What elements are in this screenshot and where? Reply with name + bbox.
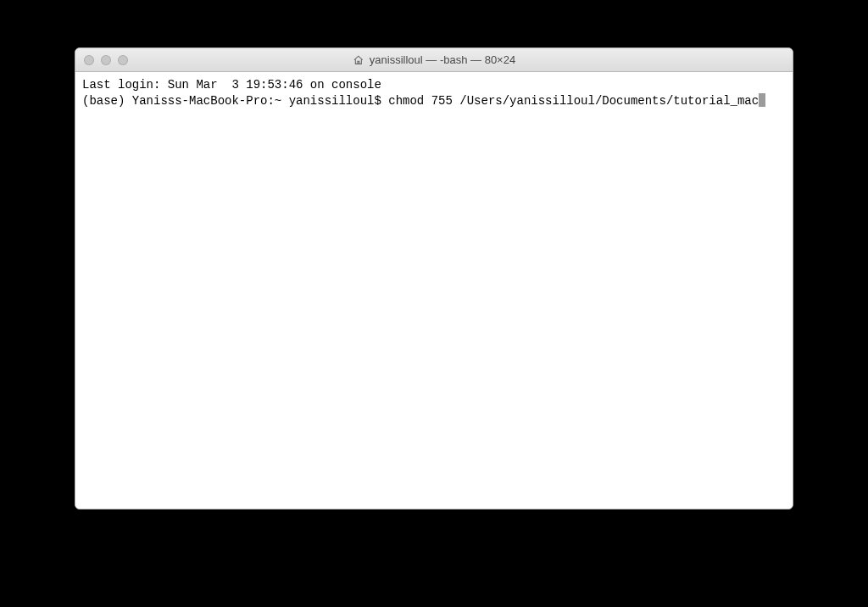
- last-login-line: Last login: Sun Mar 3 19:53:46 on consol…: [82, 78, 381, 92]
- traffic-lights: [84, 55, 128, 65]
- home-icon: [353, 54, 364, 66]
- typed-command: chmod 755 /Users/yanissilloul/Documents/…: [388, 94, 759, 108]
- zoom-button[interactable]: [118, 55, 128, 65]
- cursor: [759, 93, 765, 107]
- window-title: yanissilloul — -bash — 80×24: [370, 53, 515, 66]
- titlebar[interactable]: yanissilloul — -bash — 80×24: [75, 48, 793, 72]
- window-title-area: yanissilloul — -bash — 80×24: [353, 53, 515, 66]
- shell-prompt: (base) Yanisss-MacBook-Pro:~ yanissillou…: [82, 94, 388, 108]
- minimize-button[interactable]: [101, 55, 111, 65]
- terminal-body[interactable]: Last login: Sun Mar 3 19:53:46 on consol…: [75, 72, 793, 509]
- close-button[interactable]: [84, 55, 94, 65]
- terminal-window: yanissilloul — -bash — 80×24 Last login:…: [75, 47, 793, 510]
